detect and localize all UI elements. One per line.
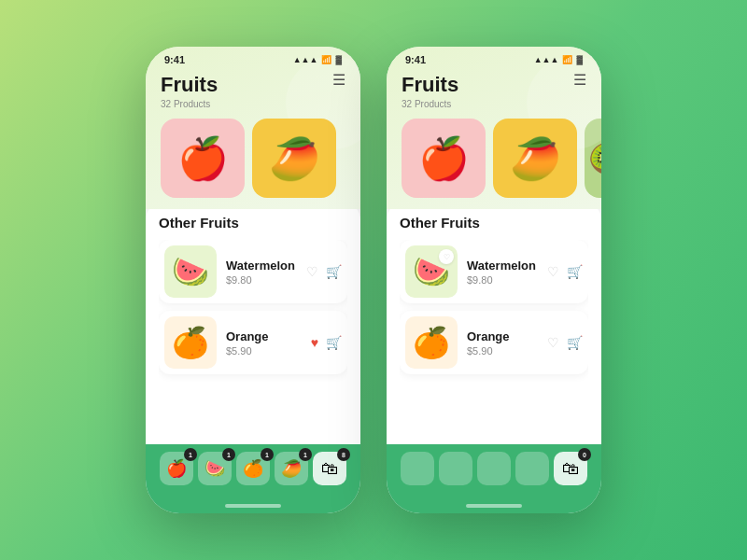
list-item-orange-left[interactable]: 🍊 Orange $5.90 ♥ 🛒 (159, 311, 347, 374)
orange-price-left: $5.90 (226, 345, 302, 357)
section-title-left: Other Fruits (159, 215, 347, 231)
main-area-left: Other Fruits 🍉 Watermelon $9.80 ♡ 🛒 (146, 202, 360, 444)
battery-icon-left: ▓ (335, 55, 342, 64)
orange-price-right: $5.90 (467, 345, 538, 357)
list-item-watermelon-right[interactable]: 🍉 ♡ Watermelon $9.80 ♡ 🛒 (400, 240, 588, 303)
orange-img-left: 🍊 (164, 316, 217, 369)
watermelon-name-right: Watermelon (467, 259, 538, 273)
bottom-cart-badge-right: 0 (578, 448, 591, 461)
watermelon-img-left: 🍉 (164, 245, 217, 298)
bottom-cart-left[interactable]: 🛍 8 (313, 452, 346, 485)
list-item-orange-right[interactable]: 🍊 Orange $5.90 ♡ 🛒 (400, 311, 588, 374)
apple-emoji-left: 🍎 (177, 138, 229, 179)
bottom-items-left: 🍎 1 🍉 1 🍊 1 🥭 1 🛍 8 (155, 452, 351, 485)
orange-info-right: Orange $5.90 (467, 329, 538, 357)
bottom-badge-mango-left: 1 (299, 448, 312, 461)
cart-icon-orange-right[interactable]: 🛒 (567, 335, 583, 350)
cart-icon-watermelon-left[interactable]: 🛒 (326, 264, 342, 279)
fruit-list-right: 🍉 ♡ Watermelon $9.80 ♡ 🛒 🍊 (400, 240, 588, 444)
orange-emoji-right: 🍊 (413, 325, 450, 360)
mango-card-right[interactable]: 🥭 (493, 119, 577, 198)
orange-name-right: Orange (467, 329, 538, 343)
phone-left: 9:41 ▲▲▲ 📶 ▓ Fruits ☰ 32 Products 🍎 🥭 (146, 47, 360, 513)
home-indicator-right (387, 500, 601, 513)
orange-actions-right: ♡ 🛒 (547, 335, 583, 350)
fruit-cards-left: 🍎 🥭 (161, 119, 345, 198)
bottom-badge-apple-left: 1 (184, 448, 197, 461)
list-item-watermelon-left[interactable]: 🍉 Watermelon $9.80 ♡ 🛒 (159, 240, 347, 303)
orange-name-left: Orange (226, 329, 302, 343)
orange-img-right: 🍊 (405, 316, 458, 369)
hero-right: Fruits ☰ 32 Products 🍎 🥭 🥝 (387, 47, 601, 209)
status-icons-left: ▲▲▲ 📶 ▓ (293, 55, 342, 64)
fruit-list-left: 🍉 Watermelon $9.80 ♡ 🛒 🍊 (159, 240, 347, 444)
bottom-cart-right[interactable]: 🛍 0 (554, 452, 587, 485)
signal-icon-left: ▲▲▲ (293, 55, 318, 64)
bottom-slot-3-right (477, 452, 511, 485)
fruit-cards-right: 🍎 🥭 🥝 (402, 119, 586, 198)
wifi-icon-left: 📶 (321, 55, 331, 64)
phone-content-left: Fruits ☰ 32 Products 🍎 🥭 Other Fruits 🍉 (146, 47, 360, 513)
status-time-left: 9:41 (164, 54, 185, 65)
bottom-badge-orange-left: 1 (261, 448, 274, 461)
bottom-slot-1-right (401, 452, 434, 485)
wishlist-dot-watermelon-right: ♡ (439, 249, 454, 264)
orange-actions-left: ♥ 🛒 (311, 335, 342, 350)
heart-icon-orange-left[interactable]: ♥ (311, 335, 318, 350)
watermelon-price-right: $9.80 (467, 274, 538, 286)
mango-card-left[interactable]: 🥭 (252, 119, 336, 198)
apple-card-left[interactable]: 🍎 (161, 119, 245, 198)
status-icons-right: ▲▲▲ 📶 ▓ (534, 55, 583, 64)
home-bar-left (225, 504, 281, 508)
status-time-right: 9:41 (405, 54, 426, 65)
battery-icon-right: ▓ (576, 55, 583, 64)
heart-icon-watermelon-left[interactable]: ♡ (306, 264, 318, 279)
apple-card-right[interactable]: 🍎 (402, 119, 486, 198)
watermelon-price-left: $9.80 (226, 274, 297, 286)
status-bar-right: 9:41 ▲▲▲ 📶 ▓ (387, 47, 601, 69)
watermelon-info-right: Watermelon $9.80 (467, 259, 538, 286)
bottom-badge-watermelon-left: 1 (222, 448, 235, 461)
heart-icon-watermelon-right[interactable]: ♡ (547, 264, 559, 279)
bottom-slot-2-right (439, 452, 472, 485)
bottom-cart-badge-left: 8 (337, 448, 350, 461)
heart-icon-orange-right[interactable]: ♡ (547, 335, 559, 350)
cart-icon-watermelon-right[interactable]: 🛒 (567, 264, 583, 279)
watermelon-img-right: 🍉 ♡ (405, 245, 458, 298)
bottom-thumb-mango-left[interactable]: 🥭 1 (275, 452, 308, 485)
hero-left: Fruits ☰ 32 Products 🍎 🥭 (146, 47, 360, 209)
cart-icon-orange-left[interactable]: 🛒 (326, 335, 342, 350)
orange-info-left: Orange $5.90 (226, 329, 302, 357)
page-title-right: Fruits (402, 73, 458, 97)
mango-emoji-right: 🥭 (510, 138, 561, 179)
bottom-thumb-orange-left[interactable]: 🍊 1 (236, 452, 270, 485)
page-title-left: Fruits (161, 73, 218, 97)
section-title-right: Other Fruits (400, 215, 588, 231)
main-area-right: Other Fruits 🍉 ♡ Watermelon $9.80 ♡ 🛒 (387, 202, 601, 444)
bottom-bar-left: 🍎 1 🍉 1 🍊 1 🥭 1 🛍 8 (146, 444, 360, 500)
apple-emoji-right: 🍎 (418, 138, 470, 179)
watermelon-actions-left: ♡ 🛒 (306, 264, 342, 279)
wifi-icon-right: 📶 (562, 55, 572, 64)
watermelon-emoji-left: 🍉 (172, 254, 209, 289)
bottom-thumb-apple-left[interactable]: 🍎 1 (160, 452, 193, 485)
watermelon-name-left: Watermelon (226, 259, 297, 273)
status-bar-left: 9:41 ▲▲▲ 📶 ▓ (146, 47, 360, 69)
bottom-thumb-watermelon-left[interactable]: 🍉 1 (198, 452, 232, 485)
phone-content-right: Fruits ☰ 32 Products 🍎 🥭 🥝 Other Fruits (387, 47, 601, 513)
mango-emoji-left: 🥭 (269, 138, 320, 179)
signal-icon-right: ▲▲▲ (534, 55, 559, 64)
bottom-bar-right: 🛍 0 (387, 444, 601, 500)
home-indicator-left (146, 500, 360, 513)
home-bar-right (466, 504, 522, 508)
watermelon-actions-right: ♡ 🛒 (547, 264, 583, 279)
orange-emoji-left: 🍊 (172, 325, 209, 360)
watermelon-info-left: Watermelon $9.80 (226, 259, 297, 286)
phone-right: 9:41 ▲▲▲ 📶 ▓ Fruits ☰ 32 Products 🍎 🥭 (387, 47, 601, 513)
bottom-items-right: 🛍 0 (396, 452, 592, 485)
bottom-slot-4-right (515, 452, 549, 485)
